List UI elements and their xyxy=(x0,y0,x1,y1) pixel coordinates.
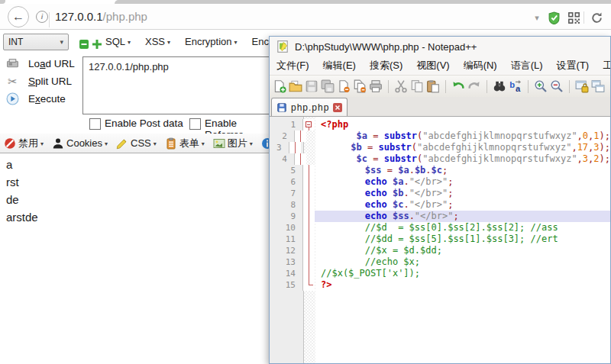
save-icon[interactable] xyxy=(305,79,318,93)
npp-menu-item[interactable]: 编码(N) xyxy=(457,59,504,72)
expand-plus-icon[interactable] xyxy=(90,37,103,50)
token-num: 17 xyxy=(577,142,588,153)
browser-navbar: ← i 127.0.0.1/php.php ▾ xyxy=(0,4,611,30)
token-com: //$x($_POST['x']); xyxy=(321,268,420,279)
webdev-images[interactable]: 图片▾ xyxy=(213,137,253,150)
menu-sql[interactable]: SQL▾ xyxy=(105,36,131,47)
collapse-minus-icon[interactable] xyxy=(77,37,90,50)
code-line: 1<?php xyxy=(270,119,610,130)
cut-icon[interactable] xyxy=(394,79,408,93)
caret-down-icon: ▾ xyxy=(154,139,157,147)
webdev-disable[interactable]: 禁用▾ xyxy=(4,137,44,150)
webdev-cookies[interactable]: Cookies▾ xyxy=(52,137,108,150)
line-number: 13 xyxy=(270,256,303,268)
code-editor[interactable]: 1<?php2 $a = substr("abcdefghijklmnopqrs… xyxy=(270,117,610,363)
toolbar-separator xyxy=(528,80,529,93)
code-lines: 1<?php2 $a = substr("abcdefghijklmnopqrs… xyxy=(270,119,610,291)
close-all-icon[interactable] xyxy=(353,79,367,93)
paste-icon[interactable] xyxy=(426,79,440,93)
zoom-out-icon[interactable] xyxy=(550,79,564,93)
print-icon[interactable] xyxy=(369,79,383,93)
hackbar-type-select[interactable]: INT ▾ xyxy=(3,34,69,50)
token-pl xyxy=(321,199,365,210)
hackbar-url-input[interactable]: 127.0.0.1/php.php xyxy=(82,56,283,114)
split-url-button[interactable]: ✂Split URL xyxy=(2,72,81,90)
code-text: echo $ss."</br>"; xyxy=(315,211,610,222)
token-var: $a xyxy=(393,176,403,187)
hackbar-options-row: Enable Post data Enable Referrer xyxy=(0,116,275,133)
code-text: $ss = $a.$b.$c; xyxy=(315,165,610,176)
token-pl xyxy=(378,153,383,164)
monitor-lock-icon[interactable] xyxy=(575,79,589,93)
notepadpp-icon xyxy=(276,40,289,53)
monitor-double-icon[interactable] xyxy=(591,79,605,93)
line-number: 3 xyxy=(270,142,289,153)
webdev-cookies-label: Cookies xyxy=(66,137,102,149)
close-doc-icon[interactable] xyxy=(337,79,351,93)
new-file-icon[interactable] xyxy=(273,79,286,93)
menu-encryption[interactable]: Encryption▾ xyxy=(185,36,237,47)
find-icon[interactable] xyxy=(493,79,506,93)
token-op: ; xyxy=(448,176,453,187)
token-tag: ?> xyxy=(321,279,331,290)
fold-marker[interactable] xyxy=(303,119,315,130)
notepadpp-tabbar: php.php xyxy=(270,97,610,117)
security-shield-icon[interactable] xyxy=(547,11,561,24)
token-pl xyxy=(381,165,386,176)
url-bar[interactable]: 127.0.0.1/php.php xyxy=(55,10,147,23)
webdev-forms[interactable]: 表单▾ xyxy=(165,137,205,150)
close-tab-icon[interactable] xyxy=(333,103,342,112)
execute-button[interactable]: Execute xyxy=(2,90,81,108)
reload-icon[interactable] xyxy=(590,11,603,24)
token-var: $b xyxy=(351,142,361,153)
copy-icon[interactable] xyxy=(410,79,424,93)
npp-menu-item[interactable]: 工具(O) xyxy=(596,59,610,72)
notepadpp-window: D:\phpStudy\WWW\php.php - Notepad++ 文件(F… xyxy=(269,36,611,364)
npp-menu-item[interactable]: 编辑(E) xyxy=(316,59,363,72)
tab-php-php[interactable]: php.php xyxy=(271,98,348,116)
notepadpp-titlebar[interactable]: D:\phpStudy\WWW\php.php - Notepad++ xyxy=(270,37,610,56)
token-op: ; xyxy=(453,211,458,221)
npp-menu-item[interactable]: 设置(T) xyxy=(550,59,596,72)
page-info-icon[interactable]: i xyxy=(36,11,48,23)
token-str: "</br>" xyxy=(409,176,448,187)
npp-menu-item[interactable]: 文件(F) xyxy=(270,59,316,72)
save-all-icon[interactable] xyxy=(321,79,335,93)
token-str: "</br>" xyxy=(415,211,454,221)
token-str: "</br>" xyxy=(409,199,448,210)
enable-referrer-checkbox[interactable] xyxy=(189,118,201,130)
token-pl xyxy=(387,188,393,198)
npp-menu-item[interactable]: 语言(L) xyxy=(504,59,550,72)
npp-menu-item[interactable]: 视图(V) xyxy=(409,59,456,72)
back-button[interactable]: ← xyxy=(8,6,29,27)
output-line: arstde xyxy=(6,208,38,226)
caret-down-icon: ▾ xyxy=(167,37,170,46)
menu-label: Encryption xyxy=(185,36,231,47)
qr-code-icon[interactable] xyxy=(567,11,580,24)
code-line: 10 //$d = $ss[0].$ss[2].$ss[2]; //ass xyxy=(270,222,610,234)
menu-label: SQL xyxy=(105,36,125,47)
token-op: ( xyxy=(412,142,417,153)
split-url-icon: ✂ xyxy=(6,75,19,88)
redo-icon[interactable] xyxy=(467,79,481,93)
code-text: ?> xyxy=(315,279,610,291)
token-var: $c xyxy=(432,165,442,176)
undo-icon[interactable] xyxy=(451,79,465,93)
open-folder-icon[interactable] xyxy=(289,79,302,93)
zoom-in-icon[interactable] xyxy=(534,79,548,93)
token-pl xyxy=(321,234,365,244)
caret-down-icon[interactable]: ▾ xyxy=(530,11,544,24)
load-url-button[interactable]: Load URL xyxy=(2,55,81,72)
caret-down-icon: ▾ xyxy=(40,139,44,147)
enable-post-data-checkbox[interactable] xyxy=(89,118,101,130)
fold-marker xyxy=(303,165,315,176)
fold-marker xyxy=(303,234,315,245)
menu-xss[interactable]: XSS▾ xyxy=(145,36,170,47)
pencil-icon xyxy=(116,137,128,150)
npp-menu-item[interactable]: 搜索(S) xyxy=(363,59,409,72)
replace-icon[interactable]: ba xyxy=(509,79,522,93)
token-op: ; xyxy=(442,165,448,176)
code-text: $a = substr("abcdefghijklmnopqrstufwxyz"… xyxy=(306,130,610,142)
token-var: $c xyxy=(357,153,367,164)
webdev-css[interactable]: CSS▾ xyxy=(116,137,157,150)
